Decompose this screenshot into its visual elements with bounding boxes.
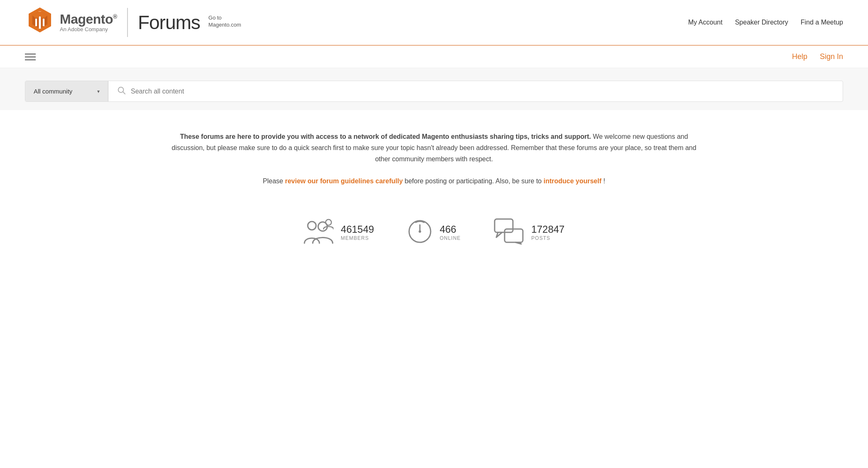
chevron-down-icon: ▾ (97, 89, 100, 94)
community-label: All community (34, 88, 72, 95)
forums-title: Forums (138, 11, 200, 34)
secondary-nav: Help Sign In (0, 46, 868, 68)
posts-label: POSTS (531, 235, 564, 241)
search-icon (117, 86, 126, 97)
community-select[interactable]: All community ▾ (25, 81, 108, 101)
members-icon (304, 218, 333, 246)
svg-line-1 (123, 92, 125, 94)
magento-logo-icon (25, 7, 55, 37)
search-input-area (108, 86, 843, 97)
goto-magento[interactable]: Go to Magento.com (208, 15, 241, 29)
online-icon (407, 219, 432, 246)
search-input[interactable] (131, 88, 834, 95)
stats-row: 461549 MEMBERS 466 ONLINE (168, 206, 700, 259)
brand-name: Magento® (60, 12, 117, 27)
find-meetup-link[interactable]: Find a Meetup (801, 19, 843, 26)
hamburger-line-2 (25, 57, 36, 57)
posts-info: 172847 POSTS (531, 224, 564, 241)
logo-area[interactable]: Magento® An Adobe Company (25, 7, 117, 37)
svg-rect-8 (505, 229, 523, 242)
help-link[interactable]: Help (792, 52, 807, 61)
svg-point-2 (308, 222, 316, 230)
stat-posts: 172847 POSTS (494, 218, 564, 246)
members-label: MEMBERS (341, 235, 374, 241)
nav-right-links: Help Sign In (792, 52, 843, 61)
hamburger-line-1 (25, 54, 36, 54)
posts-count: 172847 (531, 224, 564, 235)
hamburger-line-3 (25, 59, 36, 60)
main-content: These forums are here to provide you wit… (143, 110, 725, 276)
intro-bold: These forums are here to provide you wit… (180, 133, 591, 140)
svg-rect-7 (495, 219, 513, 232)
top-nav: Magento® An Adobe Company Forums Go to M… (0, 0, 868, 46)
introduce-link[interactable]: introduce yourself (544, 177, 602, 185)
speaker-directory-link[interactable]: Speaker Directory (735, 19, 788, 26)
posts-icon (494, 218, 524, 246)
logo-text: Magento® An Adobe Company (60, 12, 117, 32)
logo-divider (127, 8, 128, 37)
guidelines-text: Please review our forum guidelines caref… (168, 177, 700, 185)
stat-online: 466 ONLINE (407, 219, 461, 246)
guidelines-link[interactable]: review our forum guidelines carefully (285, 177, 403, 185)
stat-members: 461549 MEMBERS (304, 218, 374, 246)
members-count: 461549 (341, 224, 374, 235)
top-nav-links: My Account Speaker Directory Find a Meet… (688, 19, 843, 26)
online-label: ONLINE (440, 235, 461, 241)
svg-point-4 (326, 219, 331, 225)
intro-text: These forums are here to provide you wit… (168, 131, 700, 165)
search-bar: All community ▾ (25, 81, 843, 102)
search-section: All community ▾ (0, 68, 868, 110)
online-info: 466 ONLINE (440, 224, 461, 241)
forums-area: Forums Go to Magento.com (138, 11, 241, 34)
members-info: 461549 MEMBERS (341, 224, 374, 241)
signin-link[interactable]: Sign In (820, 52, 843, 61)
top-nav-left: Magento® An Adobe Company Forums Go to M… (25, 7, 241, 37)
hamburger-menu[interactable] (25, 54, 36, 60)
online-count: 466 (440, 224, 461, 235)
my-account-link[interactable]: My Account (688, 19, 723, 26)
svg-point-6 (419, 230, 421, 233)
adobe-subtitle: An Adobe Company (60, 27, 117, 32)
